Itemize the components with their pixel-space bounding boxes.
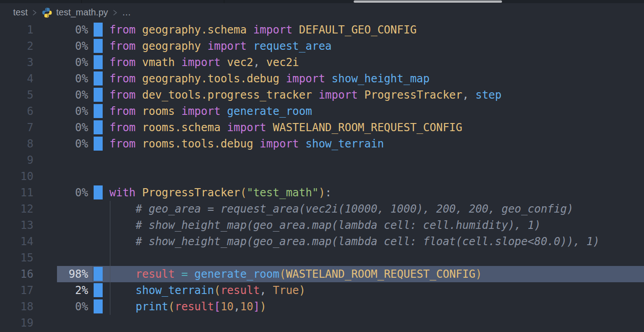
code-text: # geo_area = request_area(vec2i(10000, 1… <box>109 201 644 217</box>
breadcrumb: test test_math.py … <box>0 3 644 22</box>
code-text <box>109 315 644 331</box>
code-text: from dev_tools.progress_tracker import P… <box>109 87 644 103</box>
coverage-percentage: 0% <box>33 38 88 54</box>
gutter-decoration-cell <box>88 233 109 250</box>
gutter-decoration-cell <box>88 71 109 87</box>
line-number[interactable]: 10 <box>0 168 33 185</box>
code-line[interactable]: 70%from rooms.schema import WASTELAND_RO… <box>0 119 644 136</box>
code-text: # show_height_map(geo_area.map(lambda ce… <box>109 233 644 250</box>
coverage-percentage <box>33 233 88 250</box>
line-number[interactable]: 7 <box>0 119 33 136</box>
line-number[interactable]: 15 <box>0 250 33 266</box>
code-text: from geography.tools.debug import show_h… <box>109 71 644 87</box>
code-line[interactable]: 20%from geography import request_area <box>0 38 644 54</box>
code-text: from geography.schema import DEFAULT_GEO… <box>109 22 644 38</box>
coverage-percentage: 0% <box>33 119 88 136</box>
gutter-decoration-cell <box>88 54 109 71</box>
coverage-gutter-bar <box>94 71 103 85</box>
breadcrumb-symbol-ellipsis[interactable]: … <box>122 7 131 18</box>
gutter-decoration-cell <box>88 266 109 282</box>
coverage-percentage <box>33 315 88 331</box>
code-line[interactable]: 10%from geography.schema import DEFAULT_… <box>0 22 644 38</box>
gutter-decoration-cell <box>88 168 109 185</box>
coverage-percentage: 0% <box>33 103 88 119</box>
chevron-right-icon <box>112 9 118 16</box>
gutter-decoration-cell <box>88 299 109 315</box>
line-number[interactable]: 16 <box>0 266 33 282</box>
gutter-decoration-cell <box>88 217 109 233</box>
code-line[interactable]: 19 <box>0 315 644 331</box>
coverage-gutter-bar <box>94 104 103 118</box>
tab-separator <box>224 0 224 3</box>
line-number[interactable]: 4 <box>0 71 33 87</box>
code-line[interactable]: 10 <box>0 168 644 185</box>
line-number[interactable]: 5 <box>0 87 33 103</box>
coverage-gutter-bar <box>94 39 103 53</box>
code-text: show_terrain(result, True) <box>109 282 644 299</box>
code-text: from vmath import vec2, vec2i <box>109 54 644 71</box>
coverage-gutter-bar <box>94 23 103 37</box>
code-line[interactable]: 80%from rooms.tools.debug import show_te… <box>0 136 644 152</box>
tab-separator <box>81 0 82 3</box>
line-number[interactable]: 17 <box>0 282 33 299</box>
code-text: from rooms import generate_room <box>109 103 644 119</box>
python-icon <box>42 7 52 18</box>
coverage-percentage <box>33 250 88 266</box>
line-number[interactable]: 11 <box>0 185 33 201</box>
code-line[interactable]: 172% show_terrain(result, True) <box>0 282 644 299</box>
gutter-decoration-cell <box>88 250 109 266</box>
code-text: from geography import request_area <box>109 38 644 54</box>
line-number[interactable]: 8 <box>0 136 33 152</box>
code-line[interactable]: 40%from geography.tools.debug import sho… <box>0 71 644 87</box>
line-number[interactable]: 3 <box>0 54 33 71</box>
coverage-percentage: 98% <box>33 266 88 282</box>
code-text: from rooms.schema import WASTELAND_ROOM_… <box>109 119 644 136</box>
gutter-decoration-cell <box>88 38 109 54</box>
tab-scrollbar-thumb[interactable] <box>354 0 502 3</box>
code-line[interactable]: 9 <box>0 152 644 168</box>
coverage-gutter-bar <box>94 299 103 313</box>
coverage-gutter-bar <box>94 120 103 134</box>
code-text <box>109 152 644 168</box>
code-line[interactable]: 13 # show_height_map(geo_area.map(lambda… <box>0 217 644 233</box>
code-text: with ProgressTracker("test_math"): <box>109 185 644 201</box>
line-number[interactable]: 14 <box>0 233 33 250</box>
code-line[interactable]: 60%from rooms import generate_room <box>0 103 644 119</box>
code-line-highlighted[interactable]: 1698% result = generate_room(WASTELAND_R… <box>0 266 644 282</box>
breadcrumb-item-folder[interactable]: test <box>13 7 28 18</box>
line-number[interactable]: 1 <box>0 22 33 38</box>
coverage-percentage: 0% <box>33 22 88 38</box>
code-line[interactable]: 15 <box>0 250 644 266</box>
code-line[interactable]: 12 # geo_area = request_area(vec2i(10000… <box>0 201 644 217</box>
coverage-percentage: 0% <box>33 54 88 71</box>
code-line[interactable]: 30%from vmath import vec2, vec2i <box>0 54 644 71</box>
gutter-decoration-cell <box>88 119 109 136</box>
gutter-decoration-cell <box>88 136 109 152</box>
code-line[interactable]: 180% print(result[10,10]) <box>0 299 644 315</box>
code-text: result = generate_room(WASTELAND_ROOM_RE… <box>109 266 644 282</box>
indent-guide <box>110 201 110 315</box>
code-text: # show_height_map(geo_area.map(lambda ce… <box>109 217 644 233</box>
line-number[interactable]: 13 <box>0 217 33 233</box>
gutter-decoration-cell <box>88 185 109 201</box>
breadcrumb-item-file[interactable]: test_math.py <box>42 7 108 18</box>
gutter-decoration-cell <box>88 201 109 217</box>
breadcrumb-file-label: test_math.py <box>56 7 108 18</box>
coverage-percentage <box>33 201 88 217</box>
gutter-decoration-cell <box>88 87 109 103</box>
tab-strip-remnant <box>0 0 644 3</box>
coverage-gutter-bar <box>94 137 103 151</box>
line-number[interactable]: 6 <box>0 103 33 119</box>
code-line[interactable]: 50%from dev_tools.progress_tracker impor… <box>0 87 644 103</box>
line-number[interactable]: 2 <box>0 38 33 54</box>
line-number[interactable]: 19 <box>0 315 33 331</box>
line-number[interactable]: 18 <box>0 299 33 315</box>
line-number[interactable]: 9 <box>0 152 33 168</box>
code-line[interactable]: 14 # show_height_map(geo_area.map(lambda… <box>0 233 644 250</box>
line-number[interactable]: 12 <box>0 201 33 217</box>
coverage-gutter-bar <box>94 267 103 281</box>
code-line[interactable]: 110%with ProgressTracker("test_math"): <box>0 185 644 201</box>
gutter-decoration-cell <box>88 22 109 38</box>
code-text <box>109 168 644 185</box>
coverage-gutter-bar <box>94 55 103 69</box>
